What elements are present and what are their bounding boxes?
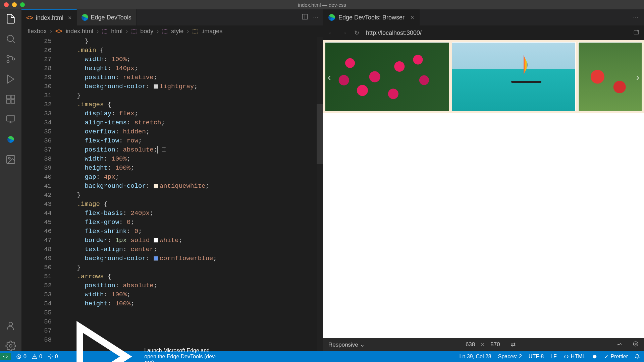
chevron-right-icon: › [97,28,99,35]
selector-icon: ⬚ [192,27,198,35]
breadcrumb-item[interactable]: index.html [66,28,93,35]
window-title: index.html — dev-css [298,2,346,8]
chevron-down-icon: ⌄ [360,342,365,348]
svg-point-18 [50,356,51,357]
go-live-icon[interactable] [592,354,597,359]
language-mode[interactable]: HTML [564,354,586,360]
tab-index-html[interactable]: <> index.html × [21,9,77,25]
editor-tab-bar: <> index.html × Edge DevTools ⋯ [21,9,323,25]
browser-nav-bar: ← → ↻ http://localhost:3000/ [323,25,644,40]
remote-indicator[interactable] [0,353,11,360]
svg-rect-4 [7,95,10,99]
run-debug-icon[interactable] [5,74,16,84]
minimap-thumb[interactable] [317,104,323,164]
element-icon: ⬚ [102,27,108,35]
edge-icon [82,14,88,21]
url-bar[interactable]: http://localhost:3000/ [366,29,627,37]
indentation[interactable]: Spaces: 2 [498,354,522,360]
edge-icon [328,14,335,21]
breadcrumb-item[interactable]: flexbox [28,28,47,35]
device-toolbar: Responsive ⌄ 638 ✕ 570 ⇄ [323,338,644,351]
inspect-icon[interactable] [633,341,639,349]
notifications-icon[interactable] [635,354,640,359]
close-tab-icon[interactable]: × [68,14,72,21]
svg-point-10 [8,157,10,159]
carousel-next-icon[interactable]: › [636,72,639,83]
html-file-icon: <> [26,14,33,21]
split-editor-icon[interactable] [302,13,308,22]
dimension-separator: ✕ [480,341,485,348]
more-actions-icon[interactable]: ⋯ [633,14,639,21]
svg-point-1 [7,55,9,58]
right-tab-bar: Edge DevTools: Browser × ⋯ [323,9,644,25]
code-content[interactable]: } .main { width: 100%; height: 140px; po… [62,37,323,351]
breadcrumb-item[interactable]: body [140,28,153,35]
close-window-button[interactable] [4,2,9,7]
devtools-browser-panel: Edge DevTools: Browser × ⋯ ← → ↻ http://… [323,9,644,351]
chevron-right-icon: › [187,28,189,35]
ports-count[interactable]: 0 [48,354,58,360]
errors-count[interactable]: 0 [16,354,26,360]
svg-point-19 [593,355,597,359]
reload-icon[interactable]: ↻ [353,29,360,37]
close-tab-icon[interactable]: × [411,14,414,21]
viewport-height[interactable]: 570 [490,341,500,348]
titlebar: index.html — dev-css [0,0,644,9]
editor-group: <> index.html × Edge DevTools ⋯ flexbox … [21,9,323,351]
maximize-window-button[interactable] [20,2,25,7]
source-control-icon[interactable] [5,54,16,64]
svg-rect-8 [7,116,15,121]
carousel-image-1 [325,42,449,111]
extensions-icon[interactable] [5,94,16,105]
rotate-icon[interactable]: ⇄ [511,341,516,348]
search-icon[interactable] [5,34,16,44]
breadcrumb-item[interactable]: style [171,28,183,35]
warnings-count[interactable]: 0 [32,354,42,360]
svg-point-16 [635,343,637,345]
tab-edge-devtools[interactable]: Edge DevTools [77,9,137,25]
tab-label: index.html [36,14,63,21]
carousel-image-3 [578,42,642,111]
page-preview[interactable]: ‹ › [323,40,644,338]
svg-rect-7 [11,100,15,103]
tab-devtools-browser[interactable]: Edge DevTools: Browser × [323,9,420,25]
breadcrumb-item[interactable]: html [111,28,122,35]
more-actions-icon[interactable]: ⋯ [313,14,319,21]
remote-explorer-icon[interactable] [5,114,16,125]
screenshot-icon[interactable] [616,341,623,349]
explorer-icon[interactable] [5,13,16,24]
svg-point-3 [12,58,15,60]
breadcrumbs[interactable]: flexbox › <> index.html › ⬚ html › ⬚ bod… [21,25,323,37]
html-file-icon: <> [55,28,62,35]
code-editor[interactable]: 2526272829303132333435363738394041424344… [21,37,323,351]
carousel [323,40,644,113]
encoding[interactable]: UTF-8 [529,354,544,360]
prettier-status[interactable]: ✓ Prettier [604,354,628,360]
eol[interactable]: LF [550,354,557,360]
minimize-window-button[interactable] [12,2,17,7]
svg-point-2 [7,61,9,63]
forward-icon[interactable]: → [340,29,347,37]
breadcrumb-item[interactable]: .images [201,28,222,35]
back-icon[interactable]: ← [328,29,334,37]
image-tool-icon[interactable] [5,154,16,165]
device-selector[interactable]: Responsive ⌄ [328,341,365,348]
svg-rect-6 [7,100,10,103]
viewport-width[interactable]: 638 [466,341,475,348]
svg-point-15 [633,342,638,346]
element-icon: ⬚ [131,27,137,35]
line-gutter: 2526272829303132333435363738394041424344… [21,37,62,351]
carousel-image-2 [452,42,576,111]
chevron-right-icon: › [126,28,128,35]
edge-devtools-icon[interactable] [5,134,16,145]
window-controls [4,2,25,7]
carousel-prev-icon[interactable]: ‹ [328,72,331,83]
minimap[interactable] [317,37,323,351]
activity-bar [0,9,21,351]
svg-rect-5 [11,95,15,99]
tab-label: Edge DevTools: Browser [338,14,405,21]
chevron-right-icon: › [157,28,159,35]
cursor-position[interactable]: Ln 39, Col 28 [460,354,491,360]
tab-label: Edge DevTools [91,14,131,21]
open-external-icon[interactable] [633,29,639,37]
